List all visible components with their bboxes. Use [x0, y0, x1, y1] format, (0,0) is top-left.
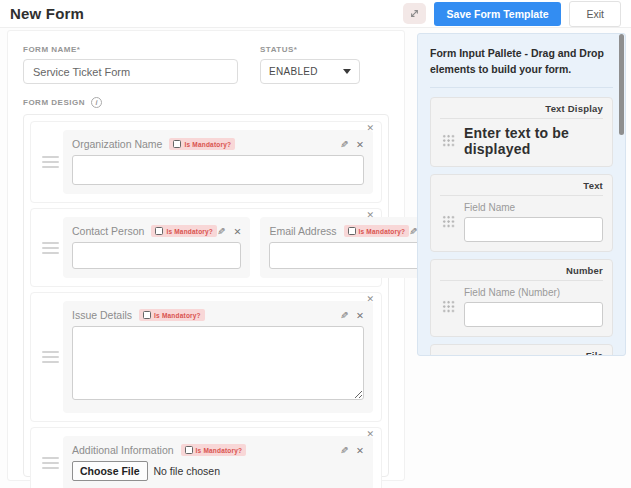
palette-field-label: Field Name [464, 202, 603, 213]
palette-divider [430, 87, 613, 88]
is-mandatory-checkbox[interactable]: Is Mandatory? [169, 138, 235, 150]
design-row-issue-details: ✕ Issue Details Is Mandatory? ✎ ✕ [30, 292, 382, 422]
page-title: New Form [10, 5, 84, 22]
remove-row-icon[interactable]: ✕ [366, 428, 374, 440]
edit-field-icon[interactable]: ✎ [340, 445, 348, 456]
checkbox-icon [185, 446, 193, 454]
palette-item-tag: Text Display [440, 103, 603, 114]
drag-dots-icon[interactable] [442, 215, 455, 228]
checkbox-icon [173, 140, 181, 148]
edit-field-icon[interactable]: ✎ [217, 226, 225, 237]
edit-field-icon[interactable]: ✎ [340, 310, 348, 321]
expand-button[interactable] [403, 3, 426, 24]
form-name-input[interactable] [23, 59, 238, 84]
remove-field-icon[interactable]: ✕ [356, 310, 364, 321]
remove-field-icon[interactable]: ✕ [356, 139, 364, 150]
form-editor-panel: FORM NAME* STATUS* ENABLED FORM DESIGN i… [7, 30, 405, 481]
remove-field-icon[interactable]: ✕ [233, 226, 241, 237]
palette-item-tag: File [440, 350, 603, 356]
status-group: STATUS* ENABLED [260, 45, 360, 84]
file-status-text: No file chosen [154, 465, 221, 477]
drag-dots-icon[interactable] [442, 300, 455, 313]
is-mandatory-checkbox[interactable]: Is Mandatory? [344, 225, 410, 237]
form-name-group: FORM NAME* [23, 45, 238, 84]
field-block: Contact Person Is Mandatory? ✎ ✕ [63, 217, 250, 278]
form-name-label: FORM NAME* [23, 45, 238, 54]
header-actions: Save Form Template Exit [403, 1, 621, 27]
checkbox-icon [155, 227, 163, 235]
choose-file-button[interactable]: Choose File [72, 461, 148, 481]
status-select[interactable]: ENABLED [260, 59, 360, 84]
palette-item-text-display[interactable]: Text Display Enter text to be displayed [430, 97, 613, 167]
field-block: Additional Information Is Mandatory? ✎ ✕… [63, 436, 373, 488]
form-design-label: FORM DESIGN [23, 98, 85, 107]
field-label: Additional Information [72, 444, 174, 456]
is-mandatory-checkbox[interactable]: Is Mandatory? [139, 309, 205, 321]
drag-handle-icon[interactable] [37, 156, 63, 168]
form-design-area: ✕ Organization Name Is Mandatory? ✎ ✕ ✕ [23, 114, 389, 477]
palette-preview-input[interactable] [464, 302, 603, 327]
save-form-template-button[interactable]: Save Form Template [434, 2, 562, 26]
remove-row-icon[interactable]: ✕ [366, 122, 374, 134]
is-mandatory-checkbox[interactable]: Is Mandatory? [181, 444, 247, 456]
remove-row-icon[interactable]: ✕ [366, 209, 374, 221]
field-label: Contact Person [72, 225, 144, 237]
palette-item-tag: Text [440, 180, 603, 191]
palette-preview-input[interactable] [464, 217, 603, 242]
design-row-contact-email: ✕ Contact Person Is Mandatory? ✎ ✕ [30, 208, 382, 287]
palette-item-tag: Number [440, 265, 603, 276]
remove-row-icon[interactable]: ✕ [366, 293, 374, 305]
field-preview-input[interactable] [72, 155, 364, 185]
palette-field-label: Field Name (Number) [464, 287, 603, 298]
palette-scrollbar[interactable] [619, 34, 624, 135]
field-block: Issue Details Is Mandatory? ✎ ✕ [63, 301, 373, 413]
drag-dots-icon[interactable] [442, 134, 455, 147]
text-display-preview: Enter text to be displayed [464, 125, 603, 157]
palette-header: Form Input Pallete - Drag and Drop eleme… [430, 45, 615, 78]
remove-field-icon[interactable]: ✕ [356, 445, 364, 456]
field-preview-input[interactable] [72, 242, 241, 269]
field-block: Organization Name Is Mandatory? ✎ ✕ [63, 130, 373, 194]
field-preview-textarea[interactable] [72, 326, 364, 400]
diagonal-resize-icon [408, 7, 421, 20]
info-icon[interactable]: i [91, 97, 102, 108]
palette-item-file[interactable]: File Field Name Choose File No file chos… [430, 344, 613, 356]
form-input-palette: Form Input Pallete - Drag and Drop eleme… [417, 33, 626, 356]
field-preview-input[interactable] [269, 242, 433, 269]
drag-handle-icon[interactable] [37, 457, 63, 469]
status-label: STATUS* [260, 45, 360, 54]
form-design-header: FORM DESIGN i [23, 97, 389, 108]
form-meta-row: FORM NAME* STATUS* ENABLED [23, 45, 389, 84]
field-label: Organization Name [72, 138, 162, 150]
header: New Form Save Form Template Exit [0, 0, 631, 28]
is-mandatory-checkbox[interactable]: Is Mandatory? [151, 225, 217, 237]
palette-item-text[interactable]: Text Field Name [430, 174, 613, 252]
checkbox-icon [143, 311, 151, 319]
design-row-additional-information: ✕ Additional Information Is Mandatory? ✎… [30, 427, 382, 488]
drag-handle-icon[interactable] [37, 242, 63, 254]
checkbox-icon [348, 227, 356, 235]
status-selected-value: ENABLED [269, 66, 318, 77]
edit-field-icon[interactable]: ✎ [340, 139, 348, 150]
chevron-down-icon [343, 69, 351, 74]
field-block: Email Address Is Mandatory? ✎ ✕ [260, 217, 442, 278]
field-label: Email Address [269, 225, 336, 237]
design-row-organization-name: ✕ Organization Name Is Mandatory? ✎ ✕ [30, 121, 382, 203]
drag-handle-icon[interactable] [37, 351, 63, 363]
exit-button[interactable]: Exit [569, 1, 621, 27]
field-label: Issue Details [72, 309, 132, 321]
palette-item-number[interactable]: Number Field Name (Number) [430, 259, 613, 337]
